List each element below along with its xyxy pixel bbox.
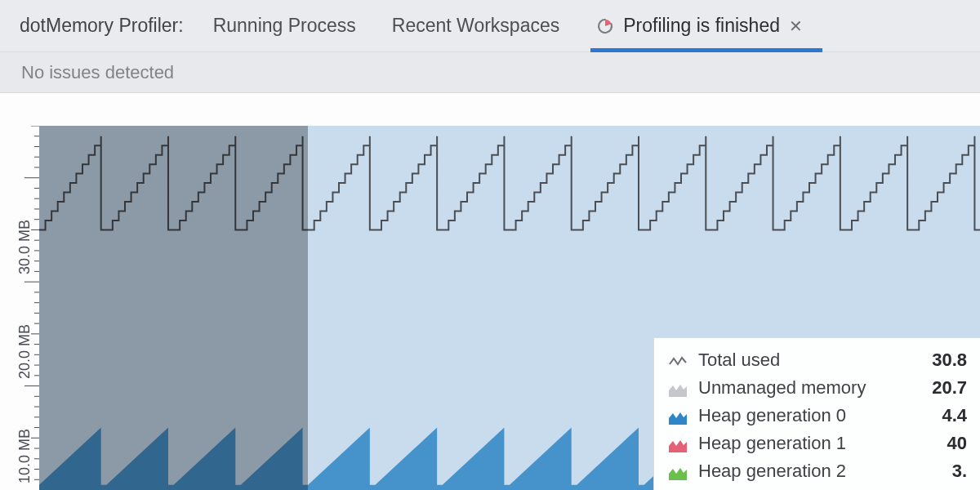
legend-label: Total used — [698, 350, 925, 371]
legend-label: Heap generation 0 — [698, 405, 935, 426]
issues-status-text: No issues detected — [21, 62, 174, 83]
legend-value: 20.7 — [932, 377, 967, 399]
legend-row-total: Total used 30.8 — [669, 346, 967, 374]
area-swatch-icon — [669, 408, 687, 423]
svg-marker-37 — [669, 412, 687, 425]
svg-marker-36 — [669, 385, 687, 397]
legend-label: Unmanaged memory — [698, 377, 925, 399]
legend-value: 3. — [952, 461, 967, 482]
profiler-title: dotMemory Profiler: — [20, 15, 184, 37]
area-swatch-icon — [669, 436, 687, 451]
y-tick-label: 20.0 MB — [16, 324, 33, 379]
legend-tooltip: Total used 30.8 Unmanaged memory 20.7 He… — [653, 337, 980, 490]
tab-profiling-finished[interactable]: Profiling is finished ✕ — [595, 0, 804, 51]
y-tick-label: 10.0 MB — [16, 429, 33, 483]
svg-marker-39 — [669, 468, 687, 480]
profiler-tabs: Running Process Recent Workspaces Profil… — [213, 0, 804, 51]
legend-row-gen2: Heap generation 2 3. — [669, 457, 967, 485]
tab-label: Running Process — [213, 15, 356, 37]
issues-status-bar: No issues detected — [0, 52, 980, 93]
legend-value: 4.4 — [942, 405, 967, 426]
legend-label: Heap generation 1 — [698, 433, 941, 454]
legend-label: Heap generation 2 — [698, 461, 946, 482]
legend-row-gen1: Heap generation 1 40 — [669, 430, 967, 457]
profiler-tabs-bar: dotMemory Profiler: Running Process Rece… — [0, 0, 980, 52]
y-tick-label: 30.0 MB — [16, 220, 33, 274]
y-axis: 10.0 MB 20.0 MB 30.0 MB — [0, 126, 39, 490]
tab-label: Recent Workspaces — [392, 15, 559, 37]
tab-label: Profiling is finished — [623, 15, 780, 37]
line-swatch-icon — [669, 353, 687, 368]
svg-marker-38 — [669, 440, 687, 452]
area-swatch-icon — [669, 464, 687, 479]
refresh-pink-icon — [595, 16, 615, 36]
legend-row-gen0: Heap generation 0 4.4 — [669, 402, 967, 430]
close-icon[interactable]: ✕ — [788, 18, 804, 34]
legend-value: 40 — [947, 433, 967, 454]
area-swatch-icon — [669, 381, 687, 395]
memory-timeline-chart: 10.0 MB 20.0 MB 30.0 MB Total used 30.8 … — [0, 93, 980, 490]
tab-running-process[interactable]: Running Process — [213, 0, 356, 51]
tab-recent-workspaces[interactable]: Recent Workspaces — [392, 0, 559, 51]
legend-row-unmanaged: Unmanaged memory 20.7 — [669, 374, 967, 402]
legend-value: 30.8 — [932, 350, 967, 371]
